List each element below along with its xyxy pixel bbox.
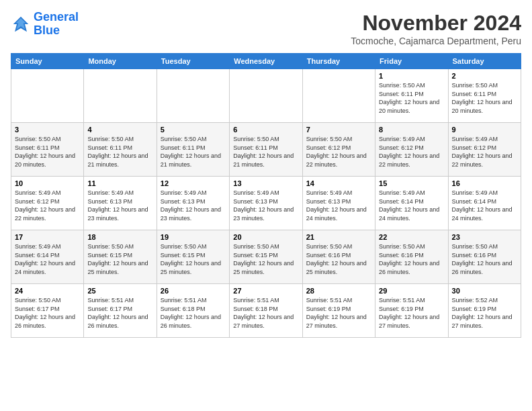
day-number: 24 — [15, 287, 80, 295]
day-number: 13 — [233, 179, 298, 187]
weekday-header-sunday: Sunday — [11, 54, 84, 69]
calendar-cell: 16Sunrise: 5:49 AM Sunset: 6:14 PM Dayli… — [448, 177, 521, 230]
location-title: Tocmoche, Cajamarca Department, Peru — [351, 36, 521, 46]
day-info: Sunrise: 5:50 AM Sunset: 6:11 PM Dayligh… — [379, 81, 444, 115]
day-info: Sunrise: 5:52 AM Sunset: 6:19 PM Dayligh… — [452, 296, 517, 330]
weekday-header-wednesday: Wednesday — [230, 54, 302, 69]
logo-text: General Blue — [34, 11, 79, 38]
calendar-cell — [157, 69, 229, 123]
week-row-2: 3Sunrise: 5:50 AM Sunset: 6:11 PM Daylig… — [11, 123, 521, 177]
day-number: 4 — [87, 126, 152, 134]
logo-icon — [11, 14, 31, 34]
calendar-cell: 19Sunrise: 5:50 AM Sunset: 6:15 PM Dayli… — [157, 230, 229, 284]
day-info: Sunrise: 5:49 AM Sunset: 6:13 PM Dayligh… — [87, 189, 152, 222]
weekday-header-row: SundayMondayTuesdayWednesdayThursdayFrid… — [11, 54, 521, 69]
calendar-cell — [84, 69, 157, 123]
day-info: Sunrise: 5:51 AM Sunset: 6:17 PM Dayligh… — [87, 296, 152, 330]
calendar-cell: 3Sunrise: 5:50 AM Sunset: 6:11 PM Daylig… — [11, 123, 84, 177]
calendar-cell: 29Sunrise: 5:51 AM Sunset: 6:19 PM Dayli… — [375, 284, 448, 338]
day-info: Sunrise: 5:50 AM Sunset: 6:11 PM Dayligh… — [452, 81, 517, 115]
calendar-cell: 18Sunrise: 5:50 AM Sunset: 6:15 PM Dayli… — [84, 230, 157, 284]
logo: General Blue — [11, 11, 79, 38]
calendar-cell: 1Sunrise: 5:50 AM Sunset: 6:11 PM Daylig… — [375, 69, 448, 123]
day-number: 2 — [452, 72, 517, 80]
day-number: 27 — [233, 287, 298, 295]
calendar-cell: 25Sunrise: 5:51 AM Sunset: 6:17 PM Dayli… — [84, 284, 157, 338]
calendar-cell: 11Sunrise: 5:49 AM Sunset: 6:13 PM Dayli… — [84, 177, 157, 230]
day-number: 22 — [379, 233, 444, 241]
day-info: Sunrise: 5:50 AM Sunset: 6:16 PM Dayligh… — [306, 242, 371, 276]
day-number: 25 — [87, 287, 152, 295]
calendar-cell: 28Sunrise: 5:51 AM Sunset: 6:19 PM Dayli… — [302, 284, 375, 338]
week-row-1: 1Sunrise: 5:50 AM Sunset: 6:11 PM Daylig… — [11, 69, 521, 123]
day-info: Sunrise: 5:49 AM Sunset: 6:13 PM Dayligh… — [306, 189, 371, 222]
day-number: 16 — [452, 179, 517, 187]
day-number: 8 — [379, 126, 444, 134]
day-number: 23 — [452, 233, 517, 241]
day-info: Sunrise: 5:49 AM Sunset: 6:12 PM Dayligh… — [379, 135, 444, 169]
day-info: Sunrise: 5:50 AM Sunset: 6:15 PM Dayligh… — [87, 242, 152, 276]
calendar-cell: 9Sunrise: 5:49 AM Sunset: 6:12 PM Daylig… — [448, 123, 521, 177]
day-number: 28 — [306, 287, 371, 295]
weekday-header-saturday: Saturday — [448, 54, 521, 69]
month-title: November 2024 — [351, 11, 521, 36]
calendar-cell: 12Sunrise: 5:49 AM Sunset: 6:13 PM Dayli… — [157, 177, 229, 230]
weekday-header-monday: Monday — [84, 54, 157, 69]
day-number: 5 — [161, 126, 226, 134]
day-number: 26 — [161, 287, 226, 295]
weekday-header-friday: Friday — [375, 54, 448, 69]
calendar-cell: 26Sunrise: 5:51 AM Sunset: 6:18 PM Dayli… — [157, 284, 229, 338]
day-info: Sunrise: 5:49 AM Sunset: 6:12 PM Dayligh… — [15, 189, 80, 222]
day-info: Sunrise: 5:50 AM Sunset: 6:11 PM Dayligh… — [161, 135, 226, 169]
week-row-3: 10Sunrise: 5:49 AM Sunset: 6:12 PM Dayli… — [11, 177, 521, 230]
calendar-table: SundayMondayTuesdayWednesdayThursdayFrid… — [11, 53, 521, 338]
calendar-cell: 24Sunrise: 5:50 AM Sunset: 6:17 PM Dayli… — [11, 284, 84, 338]
day-number: 3 — [15, 126, 80, 134]
day-info: Sunrise: 5:49 AM Sunset: 6:12 PM Dayligh… — [452, 135, 517, 169]
calendar-cell: 4Sunrise: 5:50 AM Sunset: 6:11 PM Daylig… — [84, 123, 157, 177]
day-info: Sunrise: 5:51 AM Sunset: 6:18 PM Dayligh… — [161, 296, 226, 330]
day-number: 1 — [379, 72, 444, 80]
day-number: 29 — [379, 287, 444, 295]
calendar-cell — [302, 69, 375, 123]
calendar-cell: 21Sunrise: 5:50 AM Sunset: 6:16 PM Dayli… — [302, 230, 375, 284]
calendar-cell: 27Sunrise: 5:51 AM Sunset: 6:18 PM Dayli… — [230, 284, 302, 338]
day-number: 30 — [452, 287, 517, 295]
logo-line2: Blue — [34, 24, 60, 37]
day-number: 9 — [452, 126, 517, 134]
day-number: 12 — [161, 179, 226, 187]
week-row-5: 24Sunrise: 5:50 AM Sunset: 6:17 PM Dayli… — [11, 284, 521, 338]
day-number: 19 — [161, 233, 226, 241]
day-number: 11 — [87, 179, 152, 187]
calendar-cell: 30Sunrise: 5:52 AM Sunset: 6:19 PM Dayli… — [448, 284, 521, 338]
calendar-cell: 2Sunrise: 5:50 AM Sunset: 6:11 PM Daylig… — [448, 69, 521, 123]
day-info: Sunrise: 5:50 AM Sunset: 6:16 PM Dayligh… — [379, 242, 444, 276]
day-number: 20 — [233, 233, 298, 241]
day-info: Sunrise: 5:49 AM Sunset: 6:13 PM Dayligh… — [161, 189, 226, 222]
weekday-header-tuesday: Tuesday — [157, 54, 229, 69]
day-number: 18 — [87, 233, 152, 241]
day-info: Sunrise: 5:49 AM Sunset: 6:13 PM Dayligh… — [233, 189, 298, 222]
calendar-cell: 14Sunrise: 5:49 AM Sunset: 6:13 PM Dayli… — [302, 177, 375, 230]
week-row-4: 17Sunrise: 5:49 AM Sunset: 6:14 PM Dayli… — [11, 230, 521, 284]
calendar-cell: 20Sunrise: 5:50 AM Sunset: 6:15 PM Dayli… — [230, 230, 302, 284]
day-info: Sunrise: 5:51 AM Sunset: 6:18 PM Dayligh… — [233, 296, 298, 330]
header: General Blue November 2024 Tocmoche, Caj… — [11, 11, 521, 46]
day-info: Sunrise: 5:50 AM Sunset: 6:11 PM Dayligh… — [87, 135, 152, 169]
calendar-cell — [230, 69, 302, 123]
day-number: 7 — [306, 126, 371, 134]
calendar-cell: 22Sunrise: 5:50 AM Sunset: 6:16 PM Dayli… — [375, 230, 448, 284]
title-area: November 2024 Tocmoche, Cajamarca Depart… — [351, 11, 521, 46]
day-info: Sunrise: 5:51 AM Sunset: 6:19 PM Dayligh… — [306, 296, 371, 330]
day-info: Sunrise: 5:49 AM Sunset: 6:14 PM Dayligh… — [15, 242, 80, 276]
day-info: Sunrise: 5:50 AM Sunset: 6:15 PM Dayligh… — [161, 242, 226, 276]
calendar-cell: 5Sunrise: 5:50 AM Sunset: 6:11 PM Daylig… — [157, 123, 229, 177]
logo-line1: General — [34, 10, 79, 24]
day-info: Sunrise: 5:50 AM Sunset: 6:15 PM Dayligh… — [233, 242, 298, 276]
calendar-cell: 7Sunrise: 5:50 AM Sunset: 6:12 PM Daylig… — [302, 123, 375, 177]
day-info: Sunrise: 5:50 AM Sunset: 6:17 PM Dayligh… — [15, 296, 80, 330]
calendar-header: SundayMondayTuesdayWednesdayThursdayFrid… — [11, 54, 521, 69]
calendar-cell: 10Sunrise: 5:49 AM Sunset: 6:12 PM Dayli… — [11, 177, 84, 230]
day-number: 17 — [15, 233, 80, 241]
calendar-cell: 6Sunrise: 5:50 AM Sunset: 6:11 PM Daylig… — [230, 123, 302, 177]
